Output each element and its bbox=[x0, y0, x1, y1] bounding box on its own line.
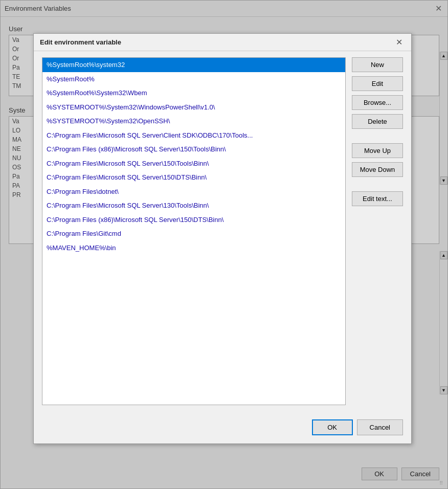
move-down-button[interactable]: Move Down bbox=[352, 162, 403, 177]
move-up-button[interactable]: Move Up bbox=[352, 143, 403, 158]
list-item[interactable]: %MAVEN_HOME%\bin bbox=[42, 241, 345, 255]
list-item[interactable]: C:\Program Files (x86)\Microsoft SQL Ser… bbox=[42, 142, 345, 157]
edit-env-dialog: Edit environment variable ✕ %SystemRoot%… bbox=[33, 33, 412, 444]
edit-text-button[interactable]: Edit text... bbox=[352, 191, 403, 206]
dialog-footer: OK Cancel bbox=[34, 413, 411, 443]
list-item[interactable]: %SystemRoot%\System32\Wbem bbox=[42, 86, 345, 100]
ok-button[interactable]: OK bbox=[312, 419, 353, 435]
dialog-body: %SystemRoot%\system32 %SystemRoot% %Syst… bbox=[34, 51, 411, 413]
list-item[interactable]: %SYSTEMROOT%\System32\WindowsPowerShell\… bbox=[42, 100, 345, 115]
list-item[interactable]: C:\Program Files\Microsoft SQL Server\13… bbox=[42, 198, 345, 213]
list-item[interactable]: C:\Program Files\Microsoft SQL Server\Cl… bbox=[42, 128, 345, 143]
dialog-title: Edit environment variable bbox=[40, 38, 121, 46]
list-item[interactable]: %SYSTEMROOT%\System32\OpenSSH\ bbox=[42, 114, 345, 128]
list-item[interactable]: C:\Program Files\Git\cmd bbox=[42, 227, 345, 241]
delete-button[interactable]: Delete bbox=[352, 114, 403, 129]
list-item[interactable]: C:\Program Files (x86)\Microsoft SQL Ser… bbox=[42, 213, 345, 227]
env-var-list[interactable]: %SystemRoot%\system32 %SystemRoot% %Syst… bbox=[42, 57, 346, 405]
edit-button[interactable]: Edit bbox=[352, 76, 403, 91]
dialog-close-button[interactable]: ✕ bbox=[393, 36, 405, 49]
list-item[interactable]: %SystemRoot%\system32 bbox=[42, 58, 345, 72]
button-spacer-2 bbox=[352, 181, 403, 187]
browse-button[interactable]: Browse... bbox=[352, 95, 403, 110]
new-button[interactable]: New bbox=[352, 57, 403, 72]
list-item[interactable]: %SystemRoot% bbox=[42, 72, 345, 86]
dialog-titlebar: Edit environment variable ✕ bbox=[34, 34, 411, 51]
cancel-button[interactable]: Cancel bbox=[357, 419, 403, 435]
dialog-action-buttons: New Edit Browse... Delete Move Up Move D… bbox=[352, 57, 403, 405]
list-item[interactable]: C:\Program Files\Microsoft SQL Server\15… bbox=[42, 170, 345, 185]
list-item[interactable]: C:\Program Files\dotnet\ bbox=[42, 185, 345, 199]
button-spacer bbox=[352, 133, 403, 139]
list-item[interactable]: C:\Program Files\Microsoft SQL Server\15… bbox=[42, 157, 345, 171]
